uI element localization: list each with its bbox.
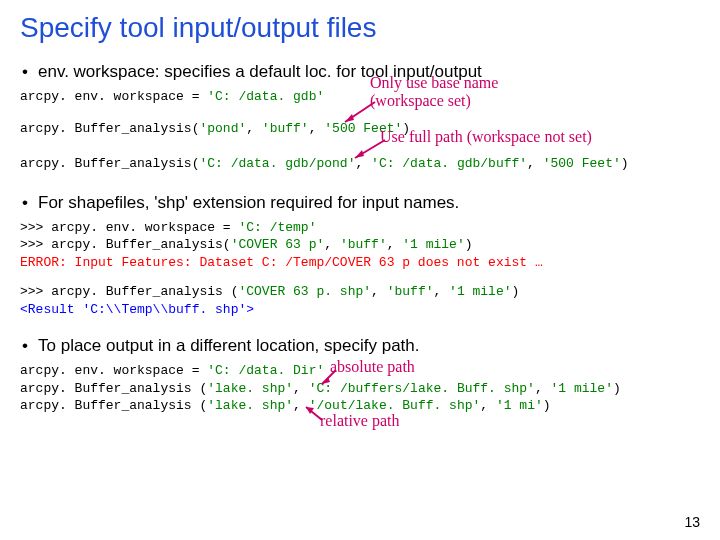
code-string: 'C: /data. gdb/pond' <box>199 156 355 171</box>
annotation-base-name: Only use base name (workspace set) <box>370 74 498 110</box>
code-string: 'buff' <box>387 284 434 299</box>
code-text: , <box>387 237 403 252</box>
code-string: 'C: /data. Dir' <box>207 363 324 378</box>
error-text: ERROR: Input Features: Dataset C: /Temp/… <box>20 254 700 272</box>
code-string: '1 mile' <box>402 237 464 252</box>
code-string: 'lake. shp' <box>207 398 293 413</box>
slide-title: Specify tool input/output files <box>20 12 700 44</box>
code-text: arcpy. Buffer_analysis ( <box>20 381 207 396</box>
arrow-icon <box>302 404 326 424</box>
bullet-2: For shapefiles, 'shp' extension required… <box>20 193 700 213</box>
code-text: >>> arcpy. Buffer_analysis ( <box>20 284 238 299</box>
code-string: 'pond' <box>199 121 246 136</box>
svg-marker-3 <box>355 150 364 158</box>
code-text: ) <box>543 398 551 413</box>
code-string: '1 mile' <box>449 284 511 299</box>
code-text: >>> arcpy. env. workspace = <box>20 220 238 235</box>
svg-marker-1 <box>345 114 354 122</box>
code-string: 'C: /buffers/lake. Buff. shp' <box>309 381 535 396</box>
code-text: , <box>527 156 543 171</box>
code-text: ) <box>465 237 473 252</box>
code-text: ) <box>613 381 621 396</box>
code-block-3: >>> arcpy. Buffer_analysis ('COVER 63 p.… <box>20 283 700 318</box>
code-string: 'buff' <box>340 237 387 252</box>
arrow-icon <box>350 138 390 164</box>
code-string: 'lake. shp' <box>207 381 293 396</box>
code-text: ) <box>512 284 520 299</box>
code-string: 'COVER 63 p. shp' <box>238 284 371 299</box>
annot-line: (workspace set) <box>370 92 498 110</box>
bullet-3: To place output in a different location,… <box>20 336 700 356</box>
code-text: , <box>371 284 387 299</box>
annot-line: Only use base name <box>370 74 498 92</box>
code-text: ) <box>621 156 629 171</box>
code-text: arcpy. env. workspace = <box>20 89 207 104</box>
code-block-1: arcpy. env. workspace = 'C: /data. gdb' … <box>20 88 700 173</box>
code-string: '500 Feet' <box>543 156 621 171</box>
annotation-relative-path: relative path <box>320 412 400 430</box>
arrow-icon <box>318 368 342 390</box>
code-string: 'buff' <box>262 121 309 136</box>
code-string: 'C: /data. gdb' <box>207 89 324 104</box>
code-text: arcpy. Buffer_analysis( <box>20 156 199 171</box>
code-text: , <box>433 284 449 299</box>
code-string: 'COVER 63 p' <box>231 237 325 252</box>
code-text: , <box>324 237 340 252</box>
code-string: '1 mile' <box>551 381 613 396</box>
result-text: <Result 'C:\\Temp\\buff. shp'> <box>20 301 700 319</box>
arrow-icon <box>340 100 380 130</box>
code-string: '/out/lake. Buff. shp' <box>309 398 481 413</box>
code-text: , <box>535 381 551 396</box>
code-text: arcpy. Buffer_analysis( <box>20 121 199 136</box>
code-text: arcpy. env. workspace = <box>20 363 207 378</box>
code-block-2: >>> arcpy. env. workspace = 'C: /temp' >… <box>20 219 700 272</box>
code-string: '1 mi' <box>496 398 543 413</box>
code-text: , <box>293 381 309 396</box>
code-text: arcpy. Buffer_analysis ( <box>20 398 207 413</box>
code-text: >>> arcpy. Buffer_analysis( <box>20 237 231 252</box>
code-string: 'C: /temp' <box>238 220 316 235</box>
code-text: , <box>480 398 496 413</box>
code-text: , <box>246 121 262 136</box>
code-string: 'C: /data. gdb/buff' <box>371 156 527 171</box>
bullet-1: env. workspace: specifies a default loc.… <box>20 62 700 82</box>
page-number: 13 <box>684 514 700 530</box>
annotation-absolute-path: absolute path <box>330 358 415 376</box>
annotation-full-path: Use full path (workspace not set) <box>380 128 592 146</box>
code-block-4: arcpy. env. workspace = 'C: /data. Dir' … <box>20 362 700 415</box>
code-text: , <box>309 121 325 136</box>
